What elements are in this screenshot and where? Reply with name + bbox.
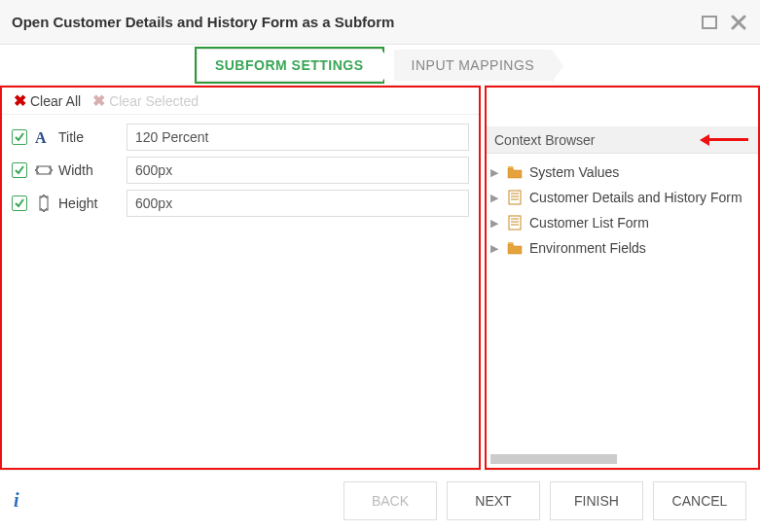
horizontal-scrollbar[interactable] (490, 454, 617, 464)
check-icon (14, 164, 25, 176)
maximize-button[interactable] (700, 14, 719, 31)
close-icon (731, 15, 746, 30)
clear-all-label: Clear All (30, 93, 81, 109)
caret-icon: ▶ (490, 166, 500, 179)
clear-all-button[interactable]: ✖ Clear All (8, 89, 87, 112)
tree-item[interactable]: ▶Customer Details and History Form (490, 185, 754, 210)
tab-subform-settings[interactable]: SUBFORM SETTINGS (197, 49, 382, 82)
checkbox-title[interactable] (12, 129, 27, 145)
dialog-footer: i BACK NEXT FINISH CANCEL (0, 470, 760, 530)
caret-icon: ▶ (490, 192, 500, 204)
tree-item-label: Environment Fields (529, 240, 646, 256)
tree-item-label: Customer List Form (529, 215, 649, 231)
tree-item[interactable]: ▶Environment Fields (490, 235, 754, 261)
svg-text:A: A (35, 129, 47, 145)
setting-row-width: Width (2, 154, 479, 187)
svg-rect-4 (509, 191, 521, 204)
back-button: BACK (344, 481, 437, 520)
x-icon: ✖ (92, 91, 105, 110)
x-icon: ✖ (14, 91, 26, 110)
context-browser-title: Context Browser (494, 132, 595, 148)
tree-item-label: Customer Details and History Form (529, 190, 742, 205)
settings-list: A Title Width (2, 115, 479, 226)
width-input[interactable] (127, 157, 469, 184)
setting-row-height: Height (2, 187, 479, 220)
height-label: Height (58, 195, 127, 211)
width-label: Width (58, 162, 127, 178)
check-icon (14, 131, 25, 143)
main-area: ✖ Clear All ✖ Clear Selected A Title (0, 86, 760, 470)
tree-item-label: System Values (529, 164, 619, 180)
checkbox-width[interactable] (12, 162, 27, 178)
maximize-icon (702, 16, 717, 29)
dialog-header: Open Customer Details and History Form a… (0, 0, 760, 45)
setting-row-title: A Title (2, 121, 479, 154)
clear-selected-button: ✖ Clear Selected (87, 89, 204, 112)
form-icon (506, 215, 524, 231)
title-input[interactable] (127, 124, 469, 151)
check-icon (14, 197, 25, 209)
context-browser-panel: Context Browser ▶System Values▶Customer … (485, 86, 760, 470)
title-label: Title (58, 129, 127, 145)
tree-item[interactable]: ▶Customer List Form (490, 210, 754, 235)
tab-bar: SUBFORM SETTINGS INPUT MAPPINGS (0, 45, 760, 86)
text-icon: A (33, 129, 54, 145)
form-icon (506, 190, 524, 205)
cancel-button[interactable]: CANCEL (653, 481, 746, 520)
clear-selected-label: Clear Selected (109, 93, 199, 109)
annotation-arrow (700, 134, 748, 146)
height-icon (33, 195, 54, 212)
caret-icon: ▶ (490, 242, 500, 255)
context-browser-header: Context Browser (487, 126, 758, 154)
svg-rect-8 (509, 216, 521, 230)
info-button[interactable]: i (14, 489, 19, 512)
height-input[interactable] (127, 190, 469, 217)
caret-icon: ▶ (490, 217, 500, 230)
settings-toolbar: ✖ Clear All ✖ Clear Selected (2, 88, 479, 115)
close-button[interactable] (729, 14, 748, 31)
tab-input-mappings[interactable]: INPUT MAPPINGS (394, 50, 553, 81)
folder-icon (506, 241, 524, 255)
svg-rect-0 (703, 17, 716, 28)
next-button[interactable]: NEXT (447, 481, 540, 520)
folder-icon (506, 165, 524, 179)
checkbox-height[interactable] (12, 195, 27, 211)
dialog-title: Open Customer Details and History Form a… (12, 14, 690, 30)
width-icon (33, 163, 54, 177)
finish-button[interactable]: FINISH (550, 481, 643, 520)
settings-panel: ✖ Clear All ✖ Clear Selected A Title (0, 86, 481, 470)
context-tree: ▶System Values▶Customer Details and Hist… (487, 154, 758, 266)
tree-item[interactable]: ▶System Values (490, 160, 754, 185)
